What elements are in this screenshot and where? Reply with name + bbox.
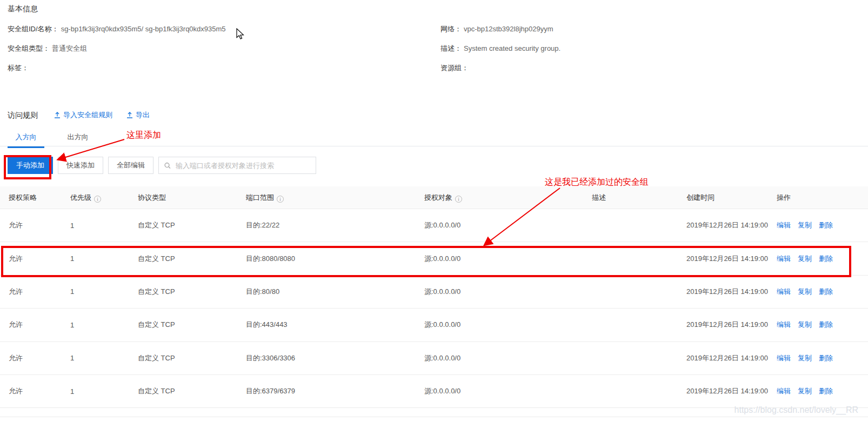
- description-value: System created security group.: [464, 44, 560, 52]
- rules-table: 授权策略 优先级i 协议类型 端口范围i 授权对象i 描述 创建时间 操作 允许…: [0, 186, 868, 408]
- cell-created-time: 2019年12月26日 14:19:00: [686, 254, 777, 264]
- delete-link[interactable]: 删除: [819, 353, 833, 363]
- delete-link[interactable]: 删除: [819, 386, 833, 396]
- resource-group-label: 资源组：: [440, 64, 469, 72]
- cell-priority: 1: [70, 321, 138, 329]
- copy-link[interactable]: 复制: [798, 254, 812, 264]
- basic-info-left-column: 安全组ID/名称：sg-bp1fk3ij3rq0kdx935m5/ sg-bp1…: [8, 24, 226, 82]
- watermark: https://blog.csdn.net/lovely__RR: [735, 405, 858, 415]
- tab-outbound[interactable]: 出方向: [66, 131, 90, 146]
- header-priority: 优先级i: [70, 193, 138, 203]
- access-rules-title: 访问规则: [8, 111, 38, 120]
- upload-icon: [54, 112, 61, 118]
- cell-protocol: 自定义 TCP: [138, 320, 246, 330]
- cell-priority: 1: [70, 254, 138, 263]
- cell-protocol: 自定义 TCP: [138, 254, 246, 264]
- cell-created-time: 2019年12月26日 14:19:00: [686, 220, 777, 230]
- header-description: 描述: [592, 193, 686, 203]
- copy-link[interactable]: 复制: [798, 220, 812, 230]
- cell-protocol: 自定义 TCP: [138, 386, 246, 396]
- table-row: 允许 1 自定义 TCP 目的:80/80 源:0.0.0.0/0 2019年1…: [0, 276, 868, 309]
- import-rules-label: 导入安全组规则: [63, 110, 112, 120]
- edit-link[interactable]: 编辑: [777, 320, 791, 330]
- cell-actions: 编辑 复制 删除: [777, 353, 868, 363]
- copy-link[interactable]: 复制: [798, 386, 812, 396]
- cell-auth-object: 源:0.0.0.0/0: [424, 353, 592, 363]
- cell-protocol: 自定义 TCP: [138, 287, 246, 297]
- header-auth-object: 授权对象i: [424, 193, 592, 203]
- cell-priority: 1: [70, 354, 138, 362]
- sg-type-value: 普通安全组: [52, 44, 87, 52]
- sg-id-name-row: 安全组ID/名称：sg-bp1fk3ij3rq0kdx935m5/ sg-bp1…: [8, 24, 226, 35]
- rules-links: 导入安全组规则 导出: [54, 110, 150, 120]
- header-policy: 授权策略: [9, 193, 70, 203]
- edit-link[interactable]: 编辑: [777, 220, 791, 230]
- resource-group-row: 资源组：: [440, 63, 560, 73]
- sg-id-name-label: 安全组ID/名称：: [8, 25, 59, 33]
- table-row: 允许 1 自定义 TCP 目的:6379/6379 源:0.0.0.0/0 20…: [0, 375, 868, 408]
- rules-toolbar: 手动添加 快速添加 全部编辑: [8, 157, 316, 174]
- delete-link[interactable]: 删除: [819, 220, 833, 230]
- copy-link[interactable]: 复制: [798, 353, 812, 363]
- header-created-time: 创建时间: [686, 193, 777, 203]
- cell-auth-object: 源:0.0.0.0/0: [424, 220, 592, 230]
- cell-actions: 编辑 复制 删除: [777, 254, 868, 264]
- rules-search-box[interactable]: [158, 157, 316, 174]
- cell-actions: 编辑 复制 删除: [777, 287, 868, 297]
- basic-info-right-column: 网络：vpc-bp12stb392l8jhp029yym 描述：System c…: [440, 24, 560, 82]
- info-icon[interactable]: i: [277, 196, 284, 203]
- rules-table-header: 授权策略 优先级i 协议类型 端口范围i 授权对象i 描述 创建时间 操作: [0, 186, 868, 209]
- table-row: 允许 1 自定义 TCP 目的:8080/8080 源:0.0.0.0/0 20…: [0, 242, 868, 275]
- cell-actions: 编辑 复制 删除: [777, 220, 868, 230]
- cell-auth-object: 源:0.0.0.0/0: [424, 254, 592, 264]
- info-icon[interactable]: i: [455, 196, 462, 203]
- quick-add-button[interactable]: 快速添加: [58, 157, 103, 174]
- cell-priority: 1: [70, 287, 138, 296]
- import-rules-link[interactable]: 导入安全组规则: [54, 110, 112, 120]
- cell-auth-object: 源:0.0.0.0/0: [424, 287, 592, 297]
- manual-add-button[interactable]: 手动添加: [8, 157, 53, 174]
- cell-policy: 允许: [9, 386, 70, 396]
- copy-link[interactable]: 复制: [798, 287, 812, 297]
- bottom-divider: [0, 417, 868, 417]
- cell-port-range: 目的:443/443: [246, 320, 424, 330]
- header-actions: 操作: [777, 193, 868, 203]
- cell-port-range: 目的:8080/8080: [246, 254, 424, 264]
- security-group-detail-page: 基本信息 安全组ID/名称：sg-bp1fk3ij3rq0kdx935m5/ s…: [0, 0, 868, 422]
- cell-policy: 允许: [9, 254, 70, 264]
- cell-policy: 允许: [9, 320, 70, 330]
- rules-search-input[interactable]: [175, 161, 310, 170]
- cell-created-time: 2019年12月26日 14:19:00: [686, 287, 777, 297]
- edit-all-button[interactable]: 全部编辑: [108, 157, 153, 174]
- cell-policy: 允许: [9, 220, 70, 230]
- delete-link[interactable]: 删除: [819, 287, 833, 297]
- cell-actions: 编辑 复制 删除: [777, 386, 868, 396]
- edit-link[interactable]: 编辑: [777, 386, 791, 396]
- table-row: 允许 1 自定义 TCP 目的:22/22 源:0.0.0.0/0 2019年1…: [0, 209, 868, 242]
- sg-type-row: 安全组类型：普通安全组: [8, 43, 226, 54]
- delete-link[interactable]: 删除: [819, 254, 833, 264]
- network-row: 网络：vpc-bp12stb392l8jhp029yym: [440, 24, 560, 35]
- cell-port-range: 目的:80/80: [246, 287, 424, 297]
- cell-policy: 允许: [9, 287, 70, 297]
- copy-link[interactable]: 复制: [798, 320, 812, 330]
- export-link[interactable]: 导出: [126, 110, 150, 120]
- rules-table-body: 允许 1 自定义 TCP 目的:22/22 源:0.0.0.0/0 2019年1…: [0, 209, 868, 408]
- network-value: vpc-bp12stb392l8jhp029yym: [464, 25, 553, 33]
- edit-link[interactable]: 编辑: [777, 287, 791, 297]
- cell-auth-object: 源:0.0.0.0/0: [424, 386, 592, 396]
- tab-inbound[interactable]: 入方向: [8, 131, 44, 146]
- search-icon: [164, 162, 171, 169]
- edit-link[interactable]: 编辑: [777, 254, 791, 264]
- sg-tags-label: 标签：: [8, 64, 29, 72]
- cell-port-range: 目的:3306/3306: [246, 353, 424, 363]
- header-port-range: 端口范围i: [246, 193, 424, 203]
- edit-link[interactable]: 编辑: [777, 353, 791, 363]
- description-label: 描述：: [440, 44, 462, 52]
- cell-created-time: 2019年12月26日 14:19:00: [686, 386, 777, 396]
- description-row: 描述：System created security group.: [440, 43, 560, 54]
- info-icon[interactable]: i: [94, 196, 101, 203]
- sg-tags-row: 标签：: [8, 63, 226, 73]
- direction-tabs: 入方向 出方向: [0, 130, 868, 146]
- delete-link[interactable]: 删除: [819, 320, 833, 330]
